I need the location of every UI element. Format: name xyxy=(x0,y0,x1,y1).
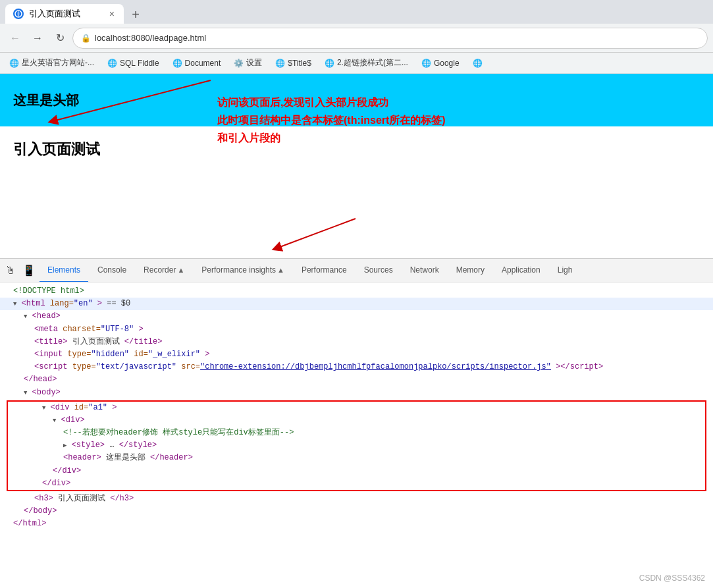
browser-chrome: 引入页面测试 × + ← → ↻ 🔒 localhost:8080/leadpa… xyxy=(0,0,713,74)
tab-memory[interactable]: Memory xyxy=(448,259,492,282)
code-line-div-inner-close: </div> xyxy=(8,465,705,477)
page-h3: 引入页面测试 xyxy=(13,140,700,159)
page-content: 这里是头部 引入页面测试 xyxy=(0,74,713,258)
bookmark-google[interactable]: 🌐 Google xyxy=(417,57,463,69)
code-line-title: <title> 引入页面测试 </title> xyxy=(0,336,713,348)
code-line-body[interactable]: <body> xyxy=(0,387,713,399)
tab-application[interactable]: Application xyxy=(494,259,548,282)
devtools-elements-panel: <!DOCTYPE html> <html lang="en" > == $0 … xyxy=(0,282,713,533)
code-line-div-a1-close: </div> xyxy=(8,477,705,490)
tab-elements[interactable]: Elements xyxy=(40,259,88,282)
url-input[interactable]: 🔒 localhost:8080/leadpage.html xyxy=(72,28,708,49)
url-text: localhost:8080/leadpage.html xyxy=(95,33,206,43)
bookmark-icon-extra: 🌐 xyxy=(473,59,483,68)
devtools-panel: 🖱 📱 Elements Console Recorder ▲ Performa… xyxy=(0,258,713,533)
devtools-device-button[interactable]: 📱 xyxy=(20,261,38,279)
new-tab-button[interactable]: + xyxy=(126,5,145,24)
bookmark-xinghuo[interactable]: 🌐 星火英语官方网站-... xyxy=(5,56,98,70)
page-header: 这里是头部 xyxy=(0,74,713,126)
code-line-doctype: <!DOCTYPE html> xyxy=(0,285,713,298)
lock-icon: 🔒 xyxy=(81,34,91,43)
tab-network[interactable]: Network xyxy=(402,259,447,282)
code-line-html-close: </html> xyxy=(0,518,713,530)
recorder-warning-icon: ▲ xyxy=(177,266,184,274)
style-expand-icon xyxy=(63,439,66,452)
forward-button[interactable]: → xyxy=(28,28,47,48)
address-bar: ← → ↻ 🔒 localhost:8080/leadpage.html xyxy=(0,24,713,53)
div-a1-expand-icon xyxy=(42,402,45,414)
code-line-input: <input type="hidden" id="_w_elixir" > xyxy=(0,348,713,361)
code-line-h3: <h3> 引入页面测试 </h3> xyxy=(0,493,713,505)
tab-favicon xyxy=(13,9,24,19)
bookmark-hyperlink[interactable]: 🌐 2.超链接样式(第二... xyxy=(321,56,412,70)
tab-performance[interactable]: Performance xyxy=(294,259,355,282)
tab-recorder[interactable]: Recorder ▲ xyxy=(136,259,192,282)
bookmark-sqlfiddle[interactable]: 🌐 SQL Fiddle xyxy=(103,57,163,69)
code-line-meta: <meta charset="UTF-8" > xyxy=(0,323,713,336)
page-body: 引入页面测试 xyxy=(0,126,713,179)
html-expand-icon xyxy=(13,298,16,310)
code-line-header: <header> 这里是头部 </header> xyxy=(8,452,705,464)
code-line-html[interactable]: <html lang="en" > == $0 xyxy=(0,298,713,310)
bookmark-icon-google: 🌐 xyxy=(421,59,431,68)
bookmark-settings[interactable]: ⚙️ 设置 xyxy=(230,56,266,70)
bookmark-icon-sqlfiddle: 🌐 xyxy=(107,59,117,68)
back-button[interactable]: ← xyxy=(5,28,25,48)
bookmarks-bar: 🌐 星火英语官方网站-... 🌐 SQL Fiddle 🌐 Document ⚙… xyxy=(0,53,713,74)
bookmark-icon-title: 🌐 xyxy=(275,59,285,68)
bookmark-icon-settings: ⚙️ xyxy=(234,59,244,68)
active-tab[interactable]: 引入页面测试 × xyxy=(5,4,124,24)
tab-close-button[interactable]: × xyxy=(108,8,116,20)
highlighted-code-block: <div id="a1" > <div> <!--若想要对header修饰 样式… xyxy=(7,400,706,491)
tab-title: 引入页面测试 xyxy=(29,8,103,20)
page-header-text: 这里是头部 xyxy=(13,92,79,109)
code-line-comment: <!--若想要对header修饰 样式style只能写在div标签里面--> xyxy=(8,427,705,439)
tab-lighthouse[interactable]: Ligh xyxy=(550,259,581,282)
bookmark-title[interactable]: 🌐 $Title$ xyxy=(271,57,315,69)
code-line-script: <script type="text/javascript" src="chro… xyxy=(0,361,713,373)
perf-insights-warning-icon: ▲ xyxy=(277,266,284,274)
tab-bar: 引入页面测试 × + xyxy=(0,0,713,24)
code-line-div-a1[interactable]: <div id="a1" > xyxy=(8,402,705,414)
bookmark-icon-xinghuo: 🌐 xyxy=(9,59,19,68)
tab-performance-insights[interactable]: Performance insights ▲ xyxy=(194,259,292,282)
tab-sources[interactable]: Sources xyxy=(356,259,401,282)
page-area: 这里是头部 引入页面测试 访问该页面后,发现引入头部片段成功 xyxy=(0,74,713,258)
body-expand-icon xyxy=(24,387,27,399)
code-line-div-inner[interactable]: <div> xyxy=(8,414,705,427)
bookmark-icon-document: 🌐 xyxy=(172,59,182,68)
bookmark-extra[interactable]: 🌐 xyxy=(469,57,487,69)
bookmark-icon-hyperlink: 🌐 xyxy=(325,59,334,68)
head-expand-icon xyxy=(24,310,27,323)
code-line-head-close: </head> xyxy=(0,373,713,386)
code-line-body-close: </body> xyxy=(0,505,713,518)
devtools-inspect-button[interactable]: 🖱 xyxy=(3,262,18,279)
bookmark-document[interactable]: 🌐 Document xyxy=(169,57,225,69)
refresh-button[interactable]: ↻ xyxy=(50,28,70,48)
code-line-head[interactable]: <head> xyxy=(0,310,713,323)
div-inner-expand-icon xyxy=(53,414,56,427)
devtools-toolbar: 🖱 📱 Elements Console Recorder ▲ Performa… xyxy=(0,259,713,282)
tab-console[interactable]: Console xyxy=(90,259,134,282)
code-line-style[interactable]: <style> … </style> xyxy=(8,439,705,452)
